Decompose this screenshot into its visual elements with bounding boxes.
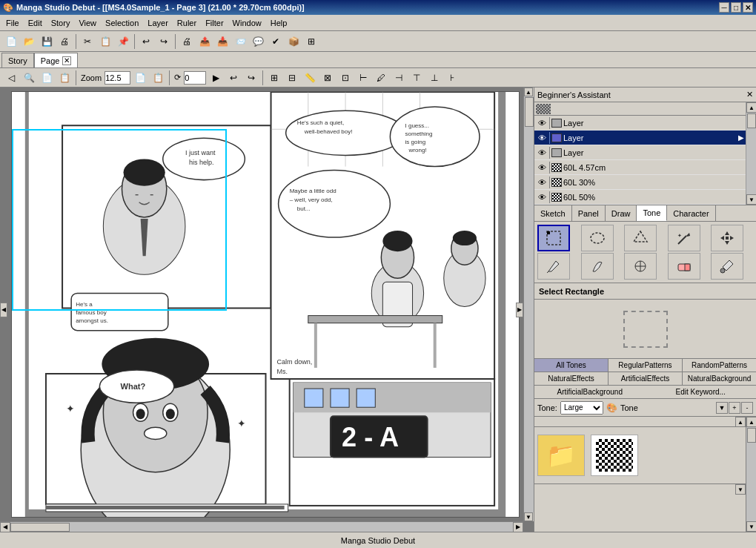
scroll-up[interactable]: ▲ xyxy=(524,88,533,96)
canvas-vscroll[interactable]: ▲ ▼ xyxy=(523,88,534,521)
menu-filter[interactable]: Filter xyxy=(201,17,228,29)
rotation-input[interactable] xyxy=(184,71,206,85)
page-nav-btn[interactable]: 📄 xyxy=(39,70,55,86)
guide-btn[interactable]: ⊠ xyxy=(319,70,336,86)
btn-regular-patterns[interactable]: RegularPatterns xyxy=(609,359,682,372)
misc7-btn[interactable]: ⊦ xyxy=(444,70,460,86)
layer-eye-6[interactable]: 👁 xyxy=(536,191,548,203)
tab-story[interactable]: Story xyxy=(1,53,34,67)
canvas-scroll-container[interactable]: ◀ I just want xyxy=(0,88,534,532)
tone-vscrollbar[interactable]: ▲ ▼ xyxy=(746,417,756,532)
layer-eye-4[interactable]: 👁 xyxy=(536,162,548,174)
tone-vscroll-up[interactable]: ▲ xyxy=(735,417,746,427)
tool-select-rect[interactable] xyxy=(537,225,570,251)
page-nav2-btn[interactable]: 📋 xyxy=(56,70,73,86)
tone-vscroll-arrow-down[interactable]: ▼ xyxy=(746,521,756,532)
layer-row-4[interactable]: 👁 60L 4.57cm xyxy=(534,160,746,175)
tool-eyedrop[interactable] xyxy=(711,253,743,280)
zoom-input[interactable] xyxy=(105,71,130,85)
scroll-track-h[interactable] xyxy=(10,522,513,532)
maximize-button[interactable]: □ xyxy=(731,2,741,13)
layer-row-1[interactable]: 👁 Layer xyxy=(534,116,746,131)
layer-row-2[interactable]: 👁 Layer ▶ xyxy=(534,131,746,145)
zoom-fit-btn[interactable]: 📋 xyxy=(150,70,166,86)
btn-random-patterns[interactable]: RandomPatterns xyxy=(683,359,756,372)
menu-story[interactable]: Story xyxy=(47,17,75,29)
scroll-down[interactable]: ▼ xyxy=(524,512,533,521)
tab-draw[interactable]: Draw xyxy=(606,205,637,221)
tool-select-polygon[interactable] xyxy=(624,225,657,251)
export5-btn[interactable]: ✔ xyxy=(268,33,284,50)
menu-help[interactable]: Help xyxy=(266,17,292,29)
menu-selection[interactable]: Selection xyxy=(101,17,143,29)
tab-panel[interactable]: Panel xyxy=(572,205,606,221)
zoom-reset-btn[interactable]: 📄 xyxy=(132,70,148,86)
layer-eye-3[interactable]: 👁 xyxy=(536,147,548,159)
menu-window[interactable]: Window xyxy=(228,17,266,29)
canvas-left-arrow[interactable]: ◀ xyxy=(0,303,7,317)
print-btn[interactable]: 🖨 xyxy=(56,33,73,50)
export7-btn[interactable]: ⊞ xyxy=(303,33,319,50)
scroll-thumb-v[interactable] xyxy=(525,97,534,127)
tone-checker-thumb[interactable] xyxy=(591,435,638,476)
misc1-btn[interactable]: ⊡ xyxy=(337,70,354,86)
misc6-btn[interactable]: ⊥ xyxy=(426,70,442,86)
tool-eraser[interactable] xyxy=(668,253,700,280)
tone-vscroll-arrow-up[interactable]: ▲ xyxy=(746,417,756,427)
scroll-track-v[interactable] xyxy=(524,96,534,512)
tone-btn3[interactable]: - xyxy=(741,402,753,414)
tool-pen3[interactable] xyxy=(624,253,657,280)
rotate-left-btn[interactable]: ◁ xyxy=(3,70,19,86)
export2-btn[interactable]: 📥 xyxy=(214,33,231,50)
scroll-right[interactable]: ▶ xyxy=(513,522,523,532)
tone-vscroll-thumb[interactable] xyxy=(747,428,756,443)
misc5-btn[interactable]: ⊤ xyxy=(408,70,425,86)
tab-tone[interactable]: Tone xyxy=(637,205,667,221)
layer-scrollbar[interactable]: ▲ ▼ xyxy=(746,102,756,205)
tool-move[interactable] xyxy=(711,225,743,251)
assistant-close[interactable]: ✕ xyxy=(746,90,753,99)
redo-btn[interactable]: ↪ xyxy=(156,33,172,50)
misc4-btn[interactable]: ⊣ xyxy=(391,70,407,86)
menu-layer[interactable]: Layer xyxy=(143,17,173,29)
cut-btn[interactable]: ✂ xyxy=(79,33,96,50)
menu-ruler[interactable]: Ruler xyxy=(173,17,201,29)
export4-btn[interactable]: 💬 xyxy=(250,33,266,50)
tone-vscroll-down[interactable]: ▼ xyxy=(735,484,746,495)
new-btn[interactable]: 📄 xyxy=(3,33,19,50)
paste-btn[interactable]: 📌 xyxy=(115,33,131,50)
layer-scroll-thumb[interactable] xyxy=(747,113,756,128)
export3-btn[interactable]: 📨 xyxy=(232,33,248,50)
menu-view[interactable]: View xyxy=(74,17,101,29)
rot-arrow2[interactable]: ↩ xyxy=(225,70,242,86)
misc3-btn[interactable]: 🖊 xyxy=(373,70,389,86)
menu-file[interactable]: File xyxy=(1,17,24,29)
copy-btn[interactable]: 📋 xyxy=(97,33,113,50)
layer-eye-5[interactable]: 👁 xyxy=(536,176,548,188)
close-button[interactable]: ✕ xyxy=(743,2,753,13)
ruler-btn[interactable]: 📏 xyxy=(302,70,318,86)
rot-arrow1[interactable]: ▶ xyxy=(208,70,224,86)
export-btn[interactable]: 📤 xyxy=(196,33,213,50)
misc2-btn[interactable]: ⊢ xyxy=(355,70,371,86)
tone-size-select[interactable]: Large Medium Small xyxy=(560,401,603,415)
export6-btn[interactable]: 📦 xyxy=(285,33,302,50)
canvas-right-arrow[interactable]: ▶ xyxy=(516,303,523,317)
rot-arrow3[interactable]: ↪ xyxy=(243,70,259,86)
canvas-hscroll[interactable]: ◀ ▶ xyxy=(0,521,523,532)
layer-row-3[interactable]: 👁 Layer xyxy=(534,145,746,160)
grid-btn[interactable]: ⊞ xyxy=(266,70,282,86)
btn-natural-background[interactable]: NaturalBackground xyxy=(683,372,756,385)
btn-all-tones[interactable]: All Tones xyxy=(534,359,608,372)
tab-character[interactable]: Character xyxy=(667,205,715,221)
tool-wand[interactable]: ✦ xyxy=(668,225,700,251)
layer-eye-2[interactable]: 👁 xyxy=(536,132,548,144)
snap-btn[interactable]: ⊟ xyxy=(284,70,300,86)
layer-eye-1[interactable]: 👁 xyxy=(536,117,548,129)
layer-scroll-down[interactable]: ▼ xyxy=(746,194,756,205)
layer-row-6[interactable]: 👁 60L 50% xyxy=(534,190,746,205)
print2-btn[interactable]: 🖨 xyxy=(179,33,195,50)
layer-scroll-up[interactable]: ▲ xyxy=(746,102,756,113)
scroll-thumb-h[interactable] xyxy=(10,523,70,532)
tab-page[interactable]: Page ✕ xyxy=(34,53,79,67)
